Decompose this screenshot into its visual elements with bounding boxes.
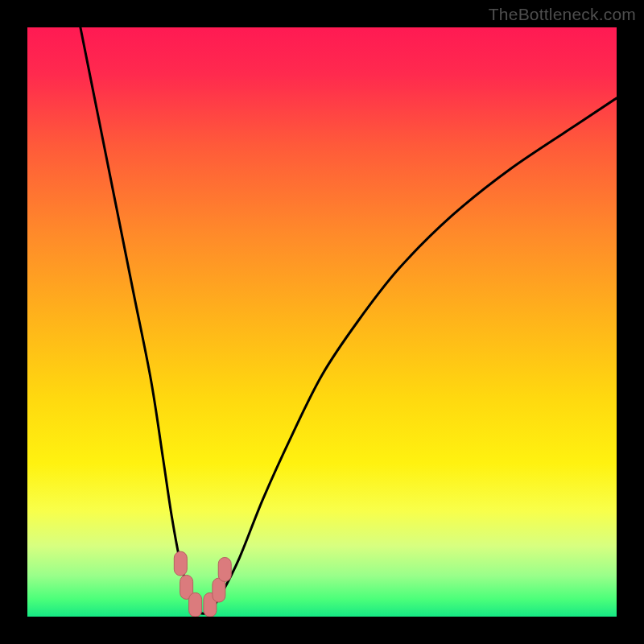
curve-markers <box>174 551 231 617</box>
plot-area <box>27 27 617 617</box>
chart-frame: TheBottleneck.com <box>0 0 644 644</box>
marker-dot <box>189 592 202 617</box>
marker-dot <box>218 557 231 581</box>
curve-layer <box>27 27 617 617</box>
marker-dot <box>174 551 187 576</box>
bottleneck-curve <box>80 27 617 613</box>
attribution-text: TheBottleneck.com <box>489 5 636 24</box>
